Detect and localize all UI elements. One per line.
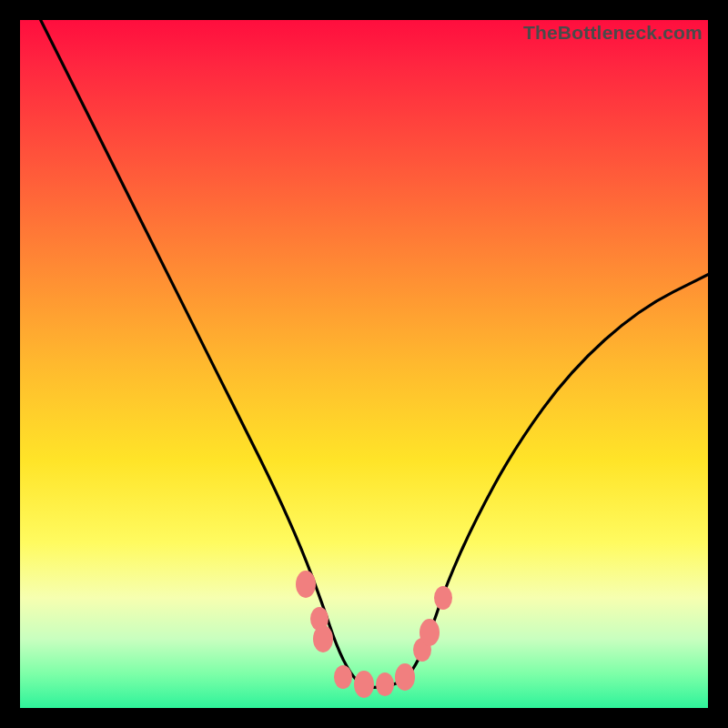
curve-marker [420,619,440,646]
chart-frame: TheBottleneck.com [0,0,728,728]
curve-marker [354,671,374,698]
curve-marker [434,586,452,610]
curve-marker [313,625,333,652]
curve-marker [296,571,316,598]
curve-marker [334,665,352,689]
bottleneck-curve [20,20,708,708]
curve-marker [395,663,415,691]
watermark-text: TheBottleneck.com [523,22,703,44]
plot-area: TheBottleneck.com [20,20,708,708]
curve-marker [376,672,394,696]
